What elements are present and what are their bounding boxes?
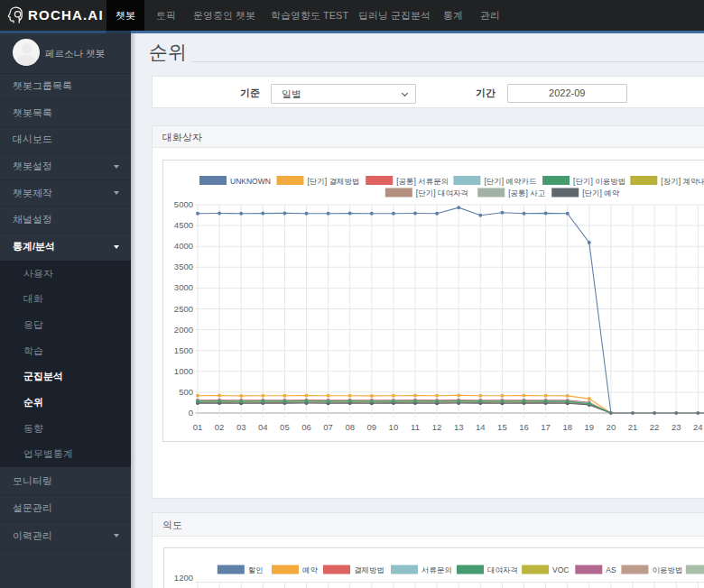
svg-text:01: 01 [193, 422, 203, 432]
svg-text:09: 09 [367, 422, 377, 432]
svg-text:07: 07 [323, 422, 333, 432]
svg-text:[단기] 대여자격: [단기] 대여자격 [416, 188, 468, 198]
svg-text:2000: 2000 [174, 325, 193, 335]
svg-text:14: 14 [476, 422, 486, 432]
svg-text:04: 04 [258, 422, 268, 432]
svg-text:결제방법: 결제방법 [354, 565, 384, 574]
svg-text:서류문의: 서류문의 [421, 565, 452, 574]
svg-text:AS: AS [606, 565, 616, 574]
svg-text:[단기] 결제방법: [단기] 결제방법 [308, 177, 360, 186]
svg-text:할인: 할인 [248, 565, 264, 574]
svg-text:[단기] 이용방법: [단기] 이용방법 [573, 177, 625, 186]
svg-text:11: 11 [411, 422, 420, 432]
svg-text:예약: 예약 [302, 565, 319, 574]
svg-text:2500: 2500 [174, 304, 193, 314]
svg-text:02: 02 [215, 422, 225, 432]
svg-text:VOC: VOC [552, 565, 569, 574]
svg-text:UNKNOWN: UNKNOWN [230, 177, 271, 186]
svg-text:3500: 3500 [174, 262, 193, 271]
svg-text:05: 05 [280, 422, 290, 432]
svg-text:4500: 4500 [174, 220, 193, 230]
svg-text:13: 13 [454, 422, 464, 432]
svg-text:3000: 3000 [174, 282, 193, 292]
svg-text:1500: 1500 [174, 345, 193, 355]
svg-text:16: 16 [519, 422, 529, 432]
svg-text:[공통] 사고: [공통] 사고 [508, 188, 545, 198]
svg-text:1200: 1200 [174, 573, 193, 583]
svg-text:06: 06 [301, 422, 311, 432]
svg-text:[단기] 예약카드: [단기] 예약카드 [484, 177, 536, 186]
svg-text:24: 24 [693, 422, 703, 432]
svg-text:500: 500 [179, 387, 193, 397]
svg-text:18: 18 [562, 422, 572, 432]
svg-text:5000: 5000 [174, 199, 193, 209]
svg-text:10: 10 [389, 422, 399, 432]
svg-text:08: 08 [345, 422, 355, 432]
svg-text:대여자격: 대여자격 [487, 565, 518, 574]
svg-text:15: 15 [497, 422, 507, 432]
svg-text:22: 22 [650, 422, 660, 432]
svg-text:이용방법: 이용방법 [652, 565, 682, 574]
svg-text:23: 23 [672, 422, 681, 432]
svg-text:20: 20 [607, 422, 616, 432]
svg-text:17: 17 [541, 422, 551, 432]
svg-text:0: 0 [189, 408, 193, 418]
svg-text:4000: 4000 [174, 241, 193, 251]
svg-text:03: 03 [236, 422, 246, 432]
svg-text:1000: 1000 [174, 366, 193, 376]
svg-text:19: 19 [585, 422, 595, 432]
svg-text:12: 12 [432, 422, 442, 432]
svg-text:[단기] 예약: [단기] 예약 [582, 188, 620, 198]
svg-text:21: 21 [628, 422, 638, 432]
svg-text:[공통] 서류문의: [공통] 서류문의 [396, 177, 449, 186]
svg-text:[장기] 계약내용: [장기] 계약내용 [661, 177, 704, 186]
